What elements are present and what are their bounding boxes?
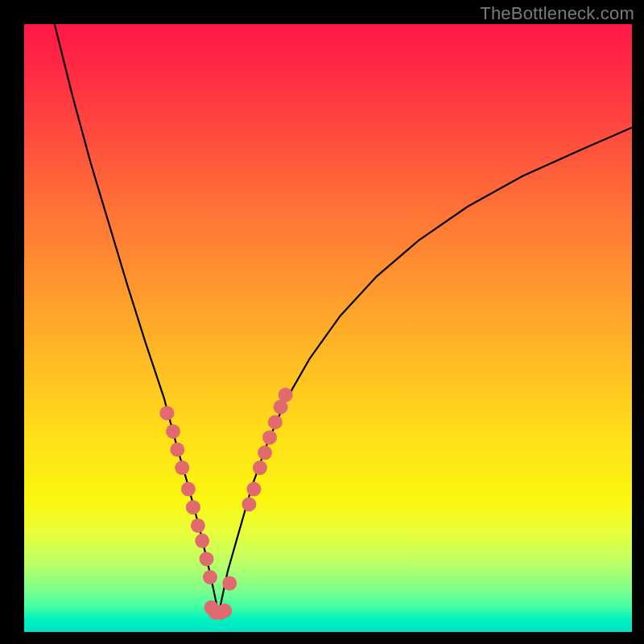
highlight-dot	[242, 497, 256, 512]
highlighted-points-group	[159, 388, 292, 620]
highlight-dot	[203, 570, 217, 584]
highlight-dot	[217, 604, 232, 618]
highlight-dot	[262, 430, 277, 444]
highlight-dot	[159, 406, 174, 420]
highlight-dot	[191, 518, 205, 533]
highlight-dot	[268, 415, 283, 430]
highlight-dot	[195, 534, 209, 548]
highlight-dot	[279, 388, 293, 402]
highlight-dot	[166, 424, 180, 439]
highlight-dot	[181, 482, 196, 497]
chart-container: TheBottleneck.com	[0, 0, 644, 644]
highlight-dot	[175, 460, 189, 475]
highlight-dot	[246, 482, 261, 497]
highlight-dot	[253, 460, 267, 475]
highlight-dot	[258, 445, 272, 460]
highlight-dot	[186, 500, 200, 514]
plot-area	[24, 24, 632, 632]
highlight-dot	[200, 551, 214, 566]
watermark-text: TheBottleneck.com	[480, 3, 634, 24]
highlight-dot	[170, 443, 184, 457]
curve-svg	[24, 24, 632, 632]
highlight-dot	[222, 576, 237, 591]
bottleneck-curve	[55, 24, 632, 613]
